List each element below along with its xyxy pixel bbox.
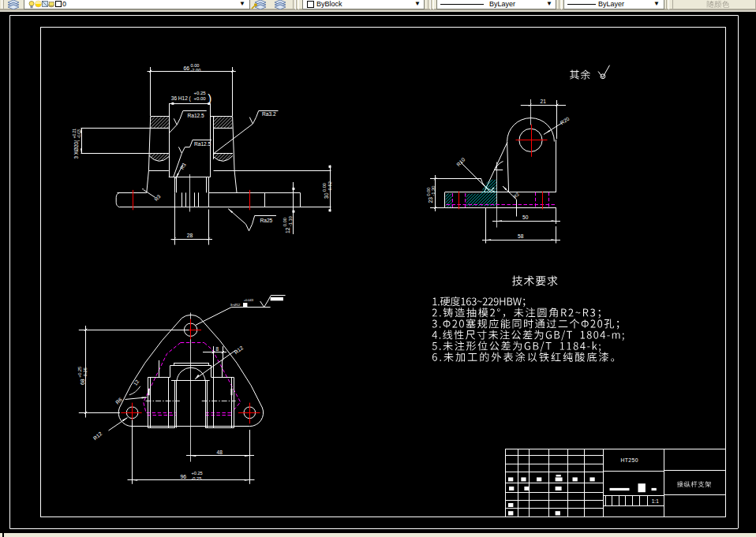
svg-text:8: 8 (216, 346, 219, 352)
svg-text:+0.25: +0.25 (77, 367, 82, 378)
svg-text:R12: R12 (92, 431, 103, 441)
svg-text:96: 96 (181, 474, 187, 479)
svg-text:-0.25: -0.25 (83, 367, 88, 378)
svg-text:36 H12 (: 36 H12 ( (171, 95, 192, 102)
svg-text:+0.00: +0.00 (194, 96, 207, 101)
svg-text:50: 50 (522, 214, 529, 220)
svg-text:): ) (208, 91, 211, 105)
svg-text:28: 28 (187, 233, 193, 238)
svg-text:68: 68 (80, 379, 85, 385)
svg-text:+0.043: +0.043 (244, 298, 254, 302)
svg-text:-0.52: -0.52 (327, 181, 332, 192)
svg-text:12: 12 (285, 227, 290, 233)
svg-text:3 XØ20(: 3 XØ20( (73, 140, 80, 159)
svg-text:48: 48 (217, 449, 223, 455)
svg-text:21: 21 (541, 99, 547, 104)
svg-text:0.00: 0.00 (191, 63, 200, 68)
svg-text:0: 0 (245, 303, 247, 306)
svg-text:58: 58 (518, 233, 524, 239)
svg-text:-1.10: -1.10 (288, 216, 293, 226)
svg-text:3×Ø12: 3×Ø12 (230, 303, 241, 307)
svg-text:R2: R2 (512, 192, 520, 200)
svg-text:66: 66 (184, 65, 190, 71)
svg-text:12: 12 (133, 379, 140, 386)
svg-text:23: 23 (428, 197, 433, 203)
svg-text:-2.00: -2.00 (191, 68, 201, 73)
svg-text:R12: R12 (233, 345, 244, 355)
svg-text:Ra12.5: Ra12.5 (188, 113, 205, 118)
svg-text:+0.25: +0.25 (194, 91, 207, 95)
svg-text:-0.25: -0.25 (192, 476, 202, 481)
svg-text:+0.21: +0.21 (72, 129, 77, 139)
svg-text:R3: R3 (153, 193, 162, 202)
svg-text:0.00: 0.00 (322, 183, 327, 192)
svg-text:30: 30 (324, 192, 329, 199)
svg-text:Ra25: Ra25 (260, 218, 273, 223)
svg-text:R6: R6 (114, 397, 123, 405)
svg-text:-1.30: -1.30 (431, 186, 436, 196)
svg-text:HT250: HT250 (621, 457, 638, 463)
svg-text:Ra12.5: Ra12.5 (194, 141, 211, 147)
svg-text:0.00: 0.00 (283, 218, 287, 226)
svg-text:1:1: 1:1 (652, 498, 659, 504)
svg-text:-0.03: -0.03 (77, 129, 81, 139)
svg-text:Ra3.2: Ra3.2 (262, 111, 276, 117)
svg-text:0.00: 0.00 (426, 188, 431, 196)
svg-text:+0.25: +0.25 (192, 471, 203, 475)
svg-text:R20: R20 (560, 115, 571, 125)
